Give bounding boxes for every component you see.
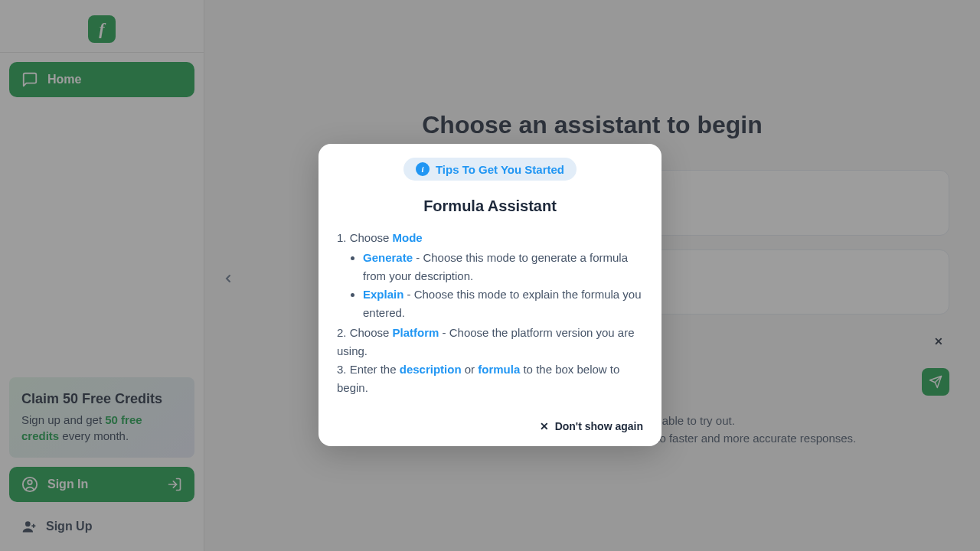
tips-label: Tips To Get You Started (436, 163, 564, 176)
modal-title: Formula Assistant (337, 197, 643, 215)
tips-modal: i Tips To Get You Started Formula Assist… (318, 144, 662, 446)
tips-badge: i Tips To Get You Started (337, 158, 643, 181)
modal-body: 1. Choose Mode Generate - Choose this mo… (337, 229, 643, 397)
close-icon: ✕ (540, 421, 549, 432)
dont-show-again-button[interactable]: ✕ Don't show again (337, 420, 643, 432)
info-icon: i (416, 162, 430, 176)
dont-show-label: Don't show again (555, 420, 643, 432)
